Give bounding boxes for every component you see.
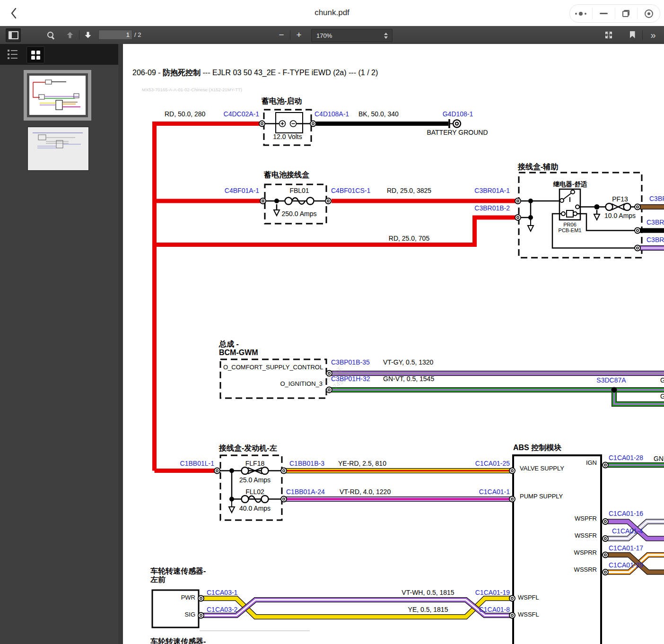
relay-id-label: PR06 [553,222,586,228]
fuse-amps-label: 40.0 Amps [227,505,283,512]
wire-spec-label: YE-RD, 2.5, 810 [338,460,386,467]
component-title-wss-next: 车轮转速传感器- [150,637,206,644]
select-arrows-icon [384,33,388,39]
more-options-button[interactable] [570,5,592,22]
connector-label: C1CA01-4 [612,527,643,535]
connector-label: C1CA03-2 [207,606,237,613]
component-title-abs: ABS 控制模块 [513,444,561,452]
record-icon [645,9,653,18]
fuse-amps-label: 250.0 Amps [272,210,326,218]
document-code: MX53-70165-A-A-01-02-Chinese (X152-21MY-… [142,87,242,92]
wire-spec-label: RD, 25.0, 705 [374,235,445,242]
wire-spec-label-clipped: G [660,392,664,400]
wire-spec-label: RD, 25.0, 3825 [374,187,445,194]
pin-label: O_COMFORT_SUPPLY_CONTROL [223,364,323,371]
more-dots-icon [575,12,586,16]
page-2-thumbnail[interactable] [27,127,89,171]
connector-label: C1BB01L-1 [157,460,214,467]
wire-spec-label: GN-VT, 0.5, 1545 [383,375,434,383]
zoom-in-button[interactable]: + [292,28,306,41]
battery-volts-label: 12.0 Volts [264,133,311,140]
component-title-wss-line1: 车轮转速传感器- [150,567,206,575]
pin-label: PUMP SUPPLY [520,493,563,500]
sidebar-toggle-button[interactable] [6,28,21,42]
connector-label: C4DC02A-1 [198,110,259,118]
toolbar-divider [642,30,643,40]
pin-label: SIG [167,611,195,618]
zoom-out-icon: − [279,30,284,39]
pin-label: WSSFR [559,532,597,540]
pin-label: WSPFR [559,515,597,522]
pin-label: WSSFL [518,611,539,618]
thumbnails-view-button[interactable] [26,46,44,63]
minimize-button[interactable] [593,5,615,22]
connector-label: C4BF01A-1 [202,187,259,194]
diagram-title: 206-09 - 防抱死控制 --- EJLR 03 50 43_2E - F-… [132,68,378,78]
wire-spec-label: VT-RD, 4.0, 1220 [340,488,391,496]
connector-label: C4D108A-1 [315,110,349,118]
connector-label-clipped: C3BR0 [647,218,664,226]
connector-label: G4D108-1 [429,110,486,118]
component-title-bcm-line2: BCM-GWM [219,348,258,357]
restore-window-button[interactable] [615,5,638,22]
connector-label: C1BB01B-3 [289,460,324,467]
connector-label: C1CA01-29 [609,561,643,569]
find-button[interactable] [44,28,58,41]
minimize-icon [600,13,608,14]
double-chevron-icon: » [650,30,655,40]
bookmark-button[interactable] [625,28,639,41]
connector-label: C3BR01A-1 [453,187,510,194]
bookmark-icon [630,31,635,38]
pdf-toolbar: / 2 − + 170% » [0,26,664,44]
fuse-label: FLL02 [236,488,274,496]
outline-view-button[interactable] [4,46,21,62]
connector-label: C1CA01-16 [609,510,643,517]
next-page-button[interactable] [81,28,95,41]
pin-label: PWR [167,594,195,601]
page-number-input[interactable] [98,30,132,40]
previous-page-button[interactable] [63,28,77,41]
sidebar-view-switcher [0,44,118,65]
splice-label: S3DC87A [584,376,638,384]
search-icon [47,31,54,39]
connector-label: C3BP01B-35 [331,358,370,366]
window-capsule [569,4,660,23]
connector-label: C1CA01-17 [609,544,643,552]
outline-icon [8,50,17,59]
fullscreen-button[interactable] [602,28,616,41]
pin-label: WSSRR [559,566,597,574]
restore-icon [622,10,629,17]
fuse-label: PF13 [601,195,639,203]
connector-label: C1CA01-1 [453,488,510,496]
more-tools-button[interactable]: » [646,28,660,41]
wire-spec-label-clipped: GN- [654,455,664,462]
toolbar-divider [79,30,79,40]
connector-label: C1CA01-28 [609,454,643,461]
relay-sub-label: PCB-EM1 [551,227,589,234]
thumbnails-grid-icon [31,51,40,60]
zoom-level-select[interactable]: 170% [311,29,393,42]
component-title-battery: 蓄电池-启动 [262,97,302,105]
zoom-out-button[interactable]: − [274,28,288,41]
component-title-ejb: 接线盒-发动机-左 [219,444,277,453]
document-title: chunk.pdf [0,8,664,17]
connector-label-clipped: C3BR0 [647,236,664,244]
connector-label: C1BB01A-24 [286,488,325,496]
pdf-viewer-area: 206-09 - 防抱死控制 --- EJLR 03 50 43_2E - F-… [118,44,664,644]
component-title-bjb: 蓄电池接线盒 [264,171,309,179]
fuse-label: FBL01 [283,187,316,194]
component-title-aux: 接线盒-辅助 [518,163,558,171]
record-button[interactable] [638,5,660,22]
fuse-amps-label: 10.0 Amps [596,212,644,219]
component-title-bcm-line1: 总成 - [219,340,239,348]
thumbnails-sidebar [0,44,118,644]
connector-label: C3BP01H-32 [331,375,370,383]
fuse-amps-label: 25.0 Amps [227,476,283,484]
arrow-up-icon [66,31,74,39]
app-title-bar: chunk.pdf [0,0,664,26]
arrow-down-icon [84,31,92,39]
wire-spec-label: VT-GY, 0.5, 1320 [383,358,433,366]
ground-label: BATTERY GROUND [422,129,493,136]
zoom-level-value: 170% [312,32,384,39]
page-1-thumbnail[interactable] [24,70,91,121]
